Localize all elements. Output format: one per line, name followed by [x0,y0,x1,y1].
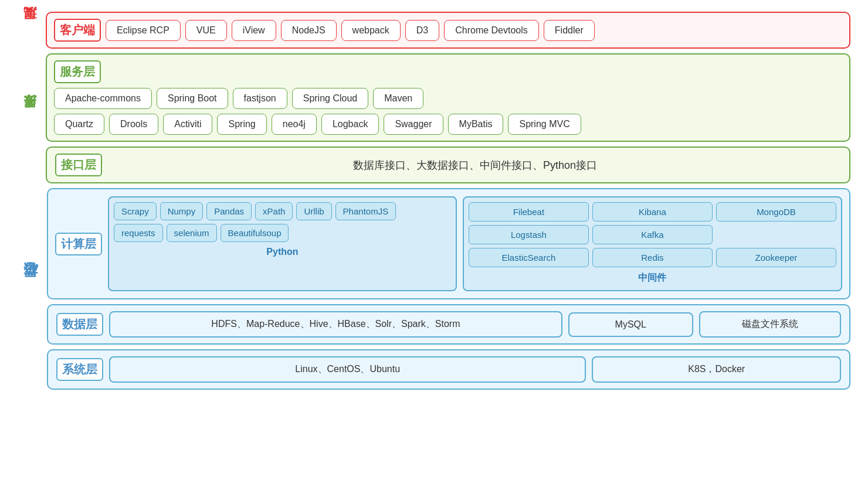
tag-mybatis: MyBatis [448,114,504,135]
tag-maven: Maven [373,88,423,109]
service-side-label: 服务层 [18,53,42,183]
tag-eclipse-rcp: Eclipse RCP [106,20,181,41]
data-mysql-cell: MySQL [568,312,693,337]
compute-sub-panels: Scrapy Numpy Pandas xPath Urllib Phantom… [108,196,842,291]
tag-kibana: Kibana [592,202,713,222]
tag-pandas: Pandas [206,202,252,220]
data-main-cell: HDFS、Map-Reduce、Hive、HBase、Solr、Spark、St… [109,311,562,338]
tag-swagger: Swagger [384,114,443,135]
interface-panel-header: 接口层 [55,154,102,176]
core-side-label: 核心层 [18,188,43,390]
tag-spring-cloud: Spring Cloud [292,88,369,109]
service-row2: Quartz Drools Activiti Spring neo4j Logb… [54,114,842,135]
tag-vue: VUE [185,20,227,41]
tag-nodejs: NodeJS [281,20,337,41]
presentation-panel-header: 客户端 [54,19,101,42]
tag-filebeat: Filebeat [469,202,589,222]
tag-webpack: webpack [341,20,401,41]
tag-mongodb: MongoDB [716,202,836,222]
python-row1: Scrapy Numpy Pandas xPath Urllib Phantom… [114,202,451,220]
middleware-grid: Filebeat Kibana MongoDB Logstash Kafka E… [469,202,836,267]
tag-neo4j: neo4j [272,114,317,135]
compute-panel: 计算层 Scrapy Numpy Pandas xPath Urllib [47,188,850,299]
tag-chrome-devtools: Chrome Devtools [444,20,539,41]
tag-requests: requests [114,224,163,242]
tag-urllib: Urllib [296,202,331,220]
tag-d3: D3 [405,20,439,41]
service-panel: 服务层 Apache-commons Spring Boot fastjson … [46,53,850,142]
python-row2: requests selenium Beautifulsoup [114,224,451,242]
interface-panel: 接口层 数据库接口、大数据接口、中间件接口、Python接口 [46,146,850,183]
tag-apache-commons: Apache-commons [54,88,152,109]
core-inner: 计算层 Scrapy Numpy Pandas xPath Urllib [47,188,850,390]
data-panel-header: 数据层 [56,313,103,336]
tag-redis: Redis [592,248,713,267]
tag-fiddler: Fiddler [544,20,595,41]
middleware-sub-panel: Filebeat Kibana MongoDB Logstash Kafka E… [463,196,842,291]
system-panel-header: 系统层 [56,358,103,381]
tag-logback: Logback [321,114,379,135]
system-panel: 系统层 Linux、CentOS、Ubuntu K8S，Docker [47,349,850,390]
tag-numpy: Numpy [160,202,204,220]
tag-xpath: xPath [255,202,293,220]
tag-kafka: Kafka [592,225,713,244]
tag-quartz: Quartz [54,114,104,135]
tag-activiti: Activiti [163,114,212,135]
tag-zookeeper: Zookeeper [716,248,836,267]
tag-selenium: selenium [167,224,217,242]
data-panel: 数据层 HDFS、Map-Reduce、Hive、HBase、Solr、Spar… [47,304,850,345]
tag-spring: Spring [217,114,266,135]
service-layer: 服务层 服务层 Apache-commons Spring Boot fastj… [18,53,850,183]
system-k8s-cell: K8S，Docker [592,356,841,383]
presentation-side-label: 展现层 [18,12,42,49]
tag-beautifulsoup: Beautifulsoup [221,224,289,242]
interface-text: 数据库接口、大数据接口、中间件接口、Python接口 [109,155,841,176]
service-panel-header: 服务层 [54,60,101,83]
middleware-label: 中间件 [469,271,836,285]
tag-empty [716,225,836,244]
compute-panel-header: 计算层 [55,233,102,255]
tag-logstash: Logstash [469,225,589,244]
tag-iview: iView [232,20,276,41]
tag-elasticsearch: ElasticSearch [469,248,589,267]
tag-spring-boot: Spring Boot [157,88,228,109]
tag-drools: Drools [109,114,158,135]
core-layer: 核心层 计算层 Scrapy Numpy Pandas [18,188,850,390]
python-sub-panel: Scrapy Numpy Pandas xPath Urllib Phantom… [108,196,457,291]
service-row1: Apache-commons Spring Boot fastjson Spri… [54,88,842,109]
presentation-tags-row: 客户端 Eclipse RCP VUE iView NodeJS webpack… [54,19,842,42]
tag-phantomjs: PhantomJS [335,202,396,220]
tag-scrapy: Scrapy [114,202,157,220]
system-linux-cell: Linux、CentOS、Ubuntu [109,356,586,383]
compute-content: Scrapy Numpy Pandas xPath Urllib Phantom… [108,196,842,291]
python-label: Python [114,246,451,258]
data-disk-cell: 磁盘文件系统 [699,311,841,338]
tag-spring-mvc: Spring MVC [508,114,581,135]
architecture-diagram: 展现层 客户端 Eclipse RCP VUE iView NodeJS web… [18,12,850,390]
tag-fastjson: fastjson [233,88,287,109]
service-panel-label-row: 服务层 [54,60,842,83]
presentation-panel: 客户端 Eclipse RCP VUE iView NodeJS webpack… [46,12,850,49]
presentation-layer: 展现层 客户端 Eclipse RCP VUE iView NodeJS web… [18,12,850,49]
